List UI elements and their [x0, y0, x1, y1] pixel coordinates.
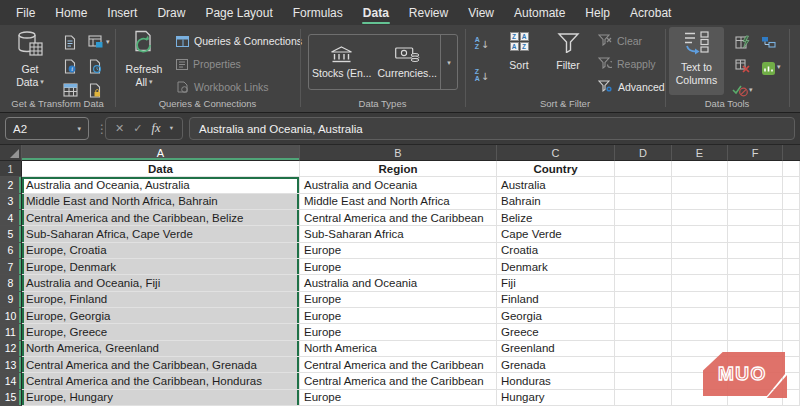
cell-E4[interactable]: [672, 210, 728, 226]
from-text-csv-button[interactable]: [58, 31, 82, 53]
cell-partial-8[interactable]: [783, 275, 800, 291]
name-box[interactable]: A2 ▾: [5, 117, 89, 140]
relationships-button[interactable]: [756, 31, 780, 53]
existing-connections-button[interactable]: [83, 55, 107, 77]
cell-A15[interactable]: Europe, Hungary: [22, 390, 300, 406]
cell-F2[interactable]: [728, 177, 783, 193]
cell-D13[interactable]: [615, 357, 672, 373]
data-types-more-button[interactable]: ▾: [440, 35, 457, 89]
row-header-9[interactable]: 9: [0, 292, 22, 308]
cell-partial-9[interactable]: [783, 292, 800, 308]
select-all-button[interactable]: [0, 145, 22, 161]
cell-A9[interactable]: Europe, Finland: [22, 292, 300, 308]
cell-F4[interactable]: [728, 210, 783, 226]
cell-E9[interactable]: [672, 292, 728, 308]
cell-D5[interactable]: [615, 226, 672, 242]
cell-B4[interactable]: Central America and the Caribbean: [300, 210, 497, 226]
cell-D4[interactable]: [615, 210, 672, 226]
menu-tab-page-layout[interactable]: Page Layout: [195, 0, 282, 25]
cell-C6[interactable]: Croatia: [497, 243, 615, 259]
column-header-d[interactable]: D: [615, 145, 672, 161]
cell-A8[interactable]: Australia and Oceania, Fiji: [22, 275, 300, 291]
cell-E1[interactable]: [672, 161, 728, 177]
formula-input[interactable]: Australia and Oceania, Australia: [189, 117, 795, 140]
remove-duplicates-button[interactable]: [730, 55, 754, 77]
menu-tab-data[interactable]: Data: [353, 0, 399, 25]
cell-partial-10[interactable]: [783, 308, 800, 324]
cell-E8[interactable]: [672, 275, 728, 291]
cell-B14[interactable]: Central America and the Caribbean: [300, 373, 497, 389]
cell-B8[interactable]: Australia and Oceania: [300, 275, 497, 291]
cell-B3[interactable]: Middle East and North Africa: [300, 194, 497, 210]
cell-E7[interactable]: [672, 259, 728, 275]
cell-partial-3[interactable]: [783, 194, 800, 210]
cell-partial-4[interactable]: [783, 210, 800, 226]
cell-F11[interactable]: [728, 324, 783, 340]
cell-F5[interactable]: [728, 226, 783, 242]
menu-tab-draw[interactable]: Draw: [147, 0, 195, 25]
cell-B10[interactable]: Europe: [300, 308, 497, 324]
from-picture-dropdown-icon[interactable]: ▾: [106, 38, 110, 45]
cell-A6[interactable]: Europe, Croatia: [22, 243, 300, 259]
cell-F1[interactable]: [728, 161, 783, 177]
sort-button[interactable]: ZAAZ Sort: [498, 29, 540, 93]
data-model-dropdown-icon[interactable]: ▾: [777, 63, 781, 70]
sort-descending-button[interactable]: ZA↓: [470, 65, 494, 87]
cell-C14[interactable]: Honduras: [497, 373, 615, 389]
row-header-3[interactable]: 3: [0, 194, 22, 210]
cell-E3[interactable]: [672, 194, 728, 210]
get-data-button[interactable]: Get Data▾: [4, 27, 56, 95]
cell-C11[interactable]: Greece: [497, 324, 615, 340]
cell-C10[interactable]: Georgia: [497, 308, 615, 324]
cell-A4[interactable]: Central America and the Caribbean, Beliz…: [22, 210, 300, 226]
menu-tab-acrobat[interactable]: Acrobat: [620, 0, 681, 25]
menu-tab-review[interactable]: Review: [399, 0, 458, 25]
cell-D11[interactable]: [615, 324, 672, 340]
row-header-14[interactable]: 14: [0, 373, 22, 389]
recent-sources-button[interactable]: i: [58, 55, 82, 77]
cell-C9[interactable]: Finland: [497, 292, 615, 308]
cell-A12[interactable]: North America, Greenland: [22, 341, 300, 357]
column-header-c[interactable]: C: [497, 145, 615, 161]
row-header-7[interactable]: 7: [0, 259, 22, 275]
row-header-1[interactable]: 1: [0, 161, 22, 177]
cell-E11[interactable]: [672, 324, 728, 340]
menu-tab-help[interactable]: Help: [575, 0, 620, 25]
menu-tab-file[interactable]: File: [6, 0, 45, 25]
cell-B13[interactable]: Central America and the Caribbean: [300, 357, 497, 373]
properties-button[interactable]: Properties: [176, 54, 241, 74]
text-to-columns-button[interactable]: Text to Columns: [669, 27, 724, 95]
cell-B2[interactable]: Australia and Oceania: [300, 177, 497, 193]
cell-D12[interactable]: [615, 341, 672, 357]
clear-filter-button[interactable]: Clear: [598, 31, 642, 51]
cell-C2[interactable]: Australia: [497, 177, 615, 193]
row-header-2[interactable]: 2: [0, 177, 22, 193]
row-header-8[interactable]: 8: [0, 275, 22, 291]
name-box-dropdown-icon[interactable]: ▾: [77, 125, 81, 132]
cell-A14[interactable]: Central America and the Caribbean, Hondu…: [22, 373, 300, 389]
cell-partial-5[interactable]: [783, 226, 800, 242]
row-header-6[interactable]: 6: [0, 243, 22, 259]
from-picture-button[interactable]: [83, 31, 107, 53]
cell-F7[interactable]: [728, 259, 783, 275]
column-header-a[interactable]: A: [22, 145, 300, 161]
cell-partial-2[interactable]: [783, 177, 800, 193]
cell-A3[interactable]: Middle East and North Africa, Bahrain: [22, 194, 300, 210]
column-header-f[interactable]: F: [728, 145, 783, 161]
cell-D8[interactable]: [615, 275, 672, 291]
cell-D3[interactable]: [615, 194, 672, 210]
cell-F8[interactable]: [728, 275, 783, 291]
cell-C5[interactable]: Cape Verde: [497, 226, 615, 242]
cell-C15[interactable]: Hungary: [497, 390, 615, 406]
cell-partial-7[interactable]: [783, 259, 800, 275]
insert-function-icon[interactable]: fx: [152, 121, 161, 136]
cell-C3[interactable]: Bahrain: [497, 194, 615, 210]
menu-tab-formulas[interactable]: Formulas: [283, 0, 353, 25]
cell-F6[interactable]: [728, 243, 783, 259]
cell-B12[interactable]: North America: [300, 341, 497, 357]
menu-tab-automate[interactable]: Automate: [504, 0, 575, 25]
cell-F3[interactable]: [728, 194, 783, 210]
cell-A11[interactable]: Europe, Greece: [22, 324, 300, 340]
cell-B7[interactable]: Europe: [300, 259, 497, 275]
cell-B11[interactable]: Europe: [300, 324, 497, 340]
